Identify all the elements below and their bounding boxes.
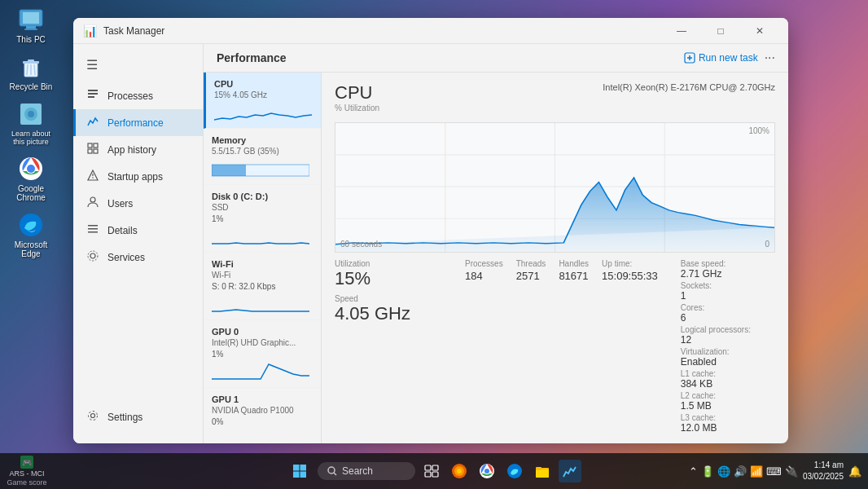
svg-rect-1 [23, 12, 39, 24]
hamburger-button[interactable]: ☰ [73, 51, 203, 79]
sockets-label: Sockets: [681, 281, 712, 290]
windows-icon [292, 464, 307, 478]
settings-icon [86, 410, 99, 424]
svg-rect-18 [88, 93, 98, 95]
tm-body: ☰ Processes Performance [73, 44, 788, 443]
edge-taskbar-button[interactable] [503, 460, 526, 482]
edge-taskbar-icon [506, 463, 523, 479]
app-history-label: App history [107, 144, 156, 156]
minimize-button[interactable]: — [663, 18, 700, 44]
nav-item-details[interactable]: Details [73, 217, 203, 244]
logical-pair: Logical processors: 12 [681, 325, 751, 346]
system-tray: ⌃ 🔋 🌐 🔊 📶 ⌨ 🔌 [689, 465, 798, 478]
gpu1-device-name: GPU 1 [212, 394, 313, 404]
firefox-button[interactable] [448, 460, 471, 482]
more-options-button[interactable]: ··· [765, 51, 775, 65]
device-item-wifi[interactable]: Wi-Fi Wi-Fi S: 0 R: 32.0 Kbps [204, 253, 321, 320]
uptime-label: Up time: [602, 259, 658, 268]
run-new-task-button[interactable]: Run new task [684, 52, 758, 64]
desktop: This PC Recycle Bin [0, 0, 868, 489]
services-icon [86, 250, 99, 264]
svg-rect-3 [24, 29, 37, 30]
memory-device-name: Memory [212, 135, 313, 145]
nav-item-performance[interactable]: Performance [73, 109, 203, 136]
edge-icon [18, 212, 44, 238]
details-label: Details [107, 225, 138, 236]
nav-item-services[interactable]: Services [73, 244, 203, 271]
nav-item-processes[interactable]: Processes [73, 82, 203, 109]
search-bar[interactable]: Search [318, 462, 415, 480]
this-pc-label: This PC [16, 35, 46, 44]
device-item-memory[interactable]: Memory 5.5/15.7 GB (35%) [204, 129, 321, 185]
start-button[interactable] [287, 458, 313, 484]
desktop-icon-chrome[interactable]: Google Chrome [7, 156, 55, 202]
notification-icon[interactable]: 🔔 [848, 465, 861, 478]
processes-label: Processes [107, 90, 153, 102]
wifi-device-name: Wi-Fi [212, 259, 313, 269]
search-label: Search [342, 465, 373, 477]
svg-rect-20 [88, 143, 92, 148]
device-item-disk0[interactable]: Disk 0 (C: D:) SSD 1% [204, 185, 321, 253]
disk0-device-sub: SSD [212, 203, 313, 212]
nav-item-users[interactable]: Users [73, 190, 203, 217]
gpu0-mini-graph [212, 361, 313, 381]
sockets-pair: Sockets: 1 [681, 281, 751, 302]
disk0-usage: 1% [212, 214, 313, 223]
game-score-widget[interactable]: 🎮 ARS - MCI Game score [7, 456, 47, 487]
usb-icon[interactable]: 🔌 [785, 465, 798, 478]
chrome-taskbar-button[interactable] [476, 460, 498, 482]
chrome-label: Google Chrome [7, 184, 55, 202]
l2-item: L2 cache: 1.5 MB [681, 391, 716, 412]
window-title: Task Manager [103, 25, 656, 37]
handles-stat-label: Handles [559, 259, 589, 268]
game-score-label: ARS - MCI [9, 469, 44, 478]
taskbar-time[interactable]: 1:14 am 03/02/2025 [803, 460, 844, 482]
close-button[interactable]: ✕ [741, 18, 778, 44]
gpu0-usage: 1% [212, 350, 313, 359]
device-item-gpu0[interactable]: GPU 0 Intel(R) UHD Graphic... 1% [204, 320, 321, 388]
speaker-icon[interactable]: 🔊 [734, 465, 747, 478]
file-explorer-button[interactable] [531, 460, 554, 482]
virt-pair: Virtualization: Enabled [681, 347, 751, 368]
graph-label-time: 60 seconds [340, 240, 382, 249]
keyboard-icon[interactable]: ⌨ [766, 465, 782, 478]
desktop-icon-edge[interactable]: Microsoft Edge [7, 212, 55, 258]
svg-line-7 [27, 64, 28, 75]
stats-mid: Processes 184 Threads 2571 Handles 81671 [465, 259, 658, 434]
svg-point-27 [90, 197, 95, 202]
svg-rect-22 [88, 149, 92, 153]
chevron-up-icon[interactable]: ⌃ [689, 465, 698, 478]
cpu-graph-svg [335, 123, 774, 252]
tm-right: Performance Run new task ··· [204, 44, 788, 443]
game-score-icon: 🎮 [20, 456, 33, 469]
utilization-stat: Utilization 15% [335, 259, 449, 289]
svg-rect-53 [425, 465, 431, 470]
firefox-icon [451, 463, 467, 479]
desktop-icon-learn[interactable]: Learn about this picture [7, 101, 55, 146]
desktop-icon-this-pc[interactable]: This PC [7, 7, 55, 44]
chrome-icon [18, 156, 44, 182]
network-icon[interactable]: 🌐 [717, 465, 730, 478]
speed-stat: Speed 4.05 GHz [335, 294, 449, 324]
recycle-bin-icon [18, 54, 44, 80]
svg-point-33 [91, 414, 95, 418]
nav-item-settings[interactable]: Settings [73, 403, 203, 430]
base-speed-pair: Base speed: 2.71 GHz [681, 259, 751, 280]
title-bar: 📊 Task Manager — □ ✕ [73, 18, 788, 44]
utilization-label: Utilization [335, 259, 449, 268]
device-item-gpu1[interactable]: GPU 1 NVIDIA Quadro P1000 0% [204, 388, 321, 443]
device-item-cpu[interactable]: CPU 15% 4.05 GHz [204, 73, 321, 129]
maximize-button[interactable]: □ [702, 18, 739, 44]
tm-taskbar-button[interactable] [559, 460, 581, 482]
battery-icon[interactable]: 🔋 [701, 465, 714, 478]
svg-rect-29 [88, 228, 98, 230]
l3-pair: L3 cache: 12.0 MB [681, 413, 751, 434]
desktop-icon-recycle-bin[interactable]: Recycle Bin [7, 54, 55, 91]
performance-header: Performance Run new task ··· [204, 44, 788, 73]
graph-label-zero: 0 [765, 240, 769, 249]
l2-label: L2 cache: [681, 391, 716, 400]
nav-item-startup[interactable]: Startup apps [73, 163, 203, 190]
task-view-button[interactable] [420, 460, 443, 482]
wifi-tray-icon[interactable]: 📶 [750, 465, 763, 478]
nav-item-app-history[interactable]: App history [73, 136, 203, 163]
